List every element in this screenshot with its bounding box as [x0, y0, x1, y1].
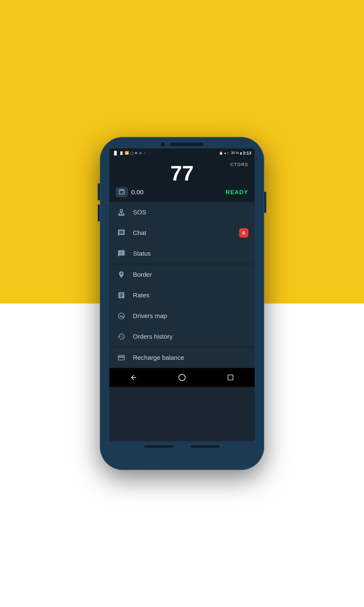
location-icon: ●: [224, 152, 226, 155]
power-button[interactable]: [264, 192, 266, 213]
border-icon: [116, 269, 127, 280]
sos-label: SOS: [133, 209, 146, 216]
recents-button[interactable]: [223, 370, 238, 385]
driver-number: 77: [116, 163, 248, 184]
status-left: ▐▌ ▐▌ 📶 ◯ ✠ ☏ ○: [113, 151, 145, 155]
menu-item-status[interactable]: Status: [109, 243, 255, 264]
battery-percent: 30 %: [231, 151, 239, 155]
volume-up-button[interactable]: [98, 183, 100, 200]
chat-badge: 0: [239, 228, 248, 238]
recharge-label: Recharge balance: [133, 354, 184, 361]
svg-rect-1: [228, 375, 233, 380]
menu-item-border[interactable]: Border: [109, 264, 255, 285]
usb-icon: ✠: [135, 152, 137, 155]
status-label: Status: [133, 250, 151, 257]
status-time: 3:13: [243, 151, 251, 156]
orders-history-icon: [116, 331, 127, 342]
header-partial-text: CTORS: [230, 162, 248, 167]
bottom-bar-right: [190, 445, 220, 448]
volume-down-button[interactable]: [98, 204, 100, 221]
header-info-row: 0.00 READY: [116, 187, 248, 197]
phone-shell: ▐▌ ▐▌ 📶 ◯ ✠ ☏ ○ ⏰ ● ☾ 30 % ▮ 3:13: [100, 137, 264, 470]
circle-icon: ○: [144, 152, 145, 155]
back-button[interactable]: [126, 370, 141, 385]
rates-label: Rates: [133, 292, 149, 299]
status-bar: ▐▌ ▐▌ 📶 ◯ ✠ ☏ ○ ⏰ ● ☾ 30 % ▮ 3:13: [109, 148, 255, 158]
ready-badge: READY: [226, 189, 248, 196]
status-icon: [116, 248, 127, 259]
wallet-icon: [118, 188, 125, 197]
menu-item-drivers-map[interactable]: Drivers map: [109, 306, 255, 326]
menu-item-recharge[interactable]: Recharge balance: [109, 347, 255, 368]
recharge-icon: [116, 352, 127, 363]
speaker-bar: [170, 143, 204, 146]
phone-icon: ☏: [139, 152, 143, 155]
balance-amount: 0.00: [131, 189, 143, 196]
menu-section: SOS Chat 0: [109, 202, 255, 368]
signal-icon: ▐▌: [113, 151, 118, 155]
menu-item-orders-history[interactable]: Orders history: [109, 326, 255, 347]
svg-point-0: [179, 374, 185, 381]
phone-wrapper: ▐▌ ▐▌ 📶 ◯ ✠ ☏ ○ ⏰ ● ☾ 30 % ▮ 3:13: [100, 137, 264, 470]
orders-history-label: Orders history: [133, 333, 172, 340]
chat-icon: [116, 227, 127, 238]
menu-item-rates[interactable]: Rates: [109, 285, 255, 306]
drivers-map-icon: [116, 310, 127, 322]
camera-dot: [160, 142, 166, 147]
signal2-icon: ▐▌: [119, 152, 124, 155]
phone-screen: ▐▌ ▐▌ 📶 ◯ ✠ ☏ ○ ⏰ ● ☾ 30 % ▮ 3:13: [109, 148, 255, 441]
bottom-bar-left: [144, 445, 174, 448]
sos-icon: [116, 207, 127, 218]
app-header: CTORS 77 0.00 READY: [109, 158, 255, 201]
home-button[interactable]: [175, 370, 189, 385]
moon-icon: ☾: [227, 152, 230, 155]
media-icon: ◯: [130, 152, 133, 155]
phone-top-bar: [100, 137, 264, 147]
wallet-icon-wrap: [116, 187, 128, 197]
wifi-icon: 📶: [125, 151, 129, 155]
chat-label: Chat: [133, 229, 146, 237]
menu-item-chat[interactable]: Chat 0: [109, 223, 255, 243]
battery-icon: ▮: [240, 152, 242, 155]
menu-item-sos[interactable]: SOS: [109, 202, 255, 223]
border-label: Border: [133, 271, 152, 278]
status-right: ⏰ ● ☾ 30 % ▮ 3:13: [219, 151, 251, 156]
bottom-nav: [109, 368, 255, 387]
rates-icon: [116, 290, 127, 301]
alarm-icon: ⏰: [219, 152, 223, 155]
phone-bottom: [100, 441, 264, 450]
drivers-map-label: Drivers map: [133, 312, 167, 319]
